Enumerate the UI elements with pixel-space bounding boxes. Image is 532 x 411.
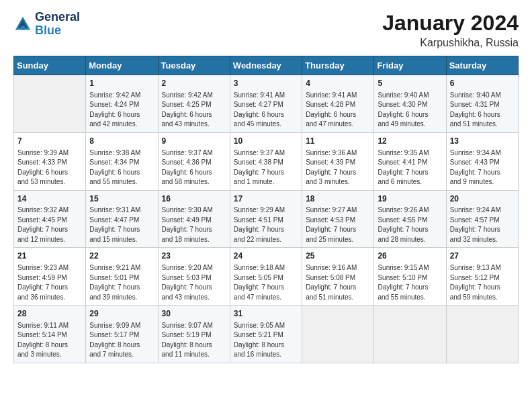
day-info: Sunrise: 9:20 AM Sunset: 5:03 PM Dayligh… [162,263,226,302]
calendar-cell: 8Sunrise: 9:38 AM Sunset: 4:34 PM Daylig… [86,132,158,190]
col-sunday: Sunday [14,56,86,75]
col-friday: Friday [374,56,446,75]
calendar-cell: 12Sunrise: 9:35 AM Sunset: 4:41 PM Dayli… [374,132,446,190]
day-info: Sunrise: 9:35 AM Sunset: 4:41 PM Dayligh… [378,148,442,187]
calendar-cell: 18Sunrise: 9:27 AM Sunset: 4:53 PM Dayli… [302,190,374,248]
calendar-cell [14,75,86,133]
day-number: 4 [306,78,370,89]
day-number: 20 [450,193,515,205]
day-info: Sunrise: 9:38 AM Sunset: 4:34 PM Dayligh… [89,148,154,187]
day-number: 8 [89,136,154,147]
day-number: 22 [89,250,154,262]
col-monday: Monday [86,56,158,75]
day-number: 17 [234,193,298,205]
calendar-cell: 22Sunrise: 9:21 AM Sunset: 5:01 PM Dayli… [86,248,158,306]
day-info: Sunrise: 9:34 AM Sunset: 4:43 PM Dayligh… [450,148,515,187]
calendar-week-2: 7Sunrise: 9:39 AM Sunset: 4:33 PM Daylig… [14,132,519,190]
day-info: Sunrise: 9:26 AM Sunset: 4:55 PM Dayligh… [378,205,442,244]
calendar-cell: 29Sunrise: 9:09 AM Sunset: 5:17 PM Dayli… [86,306,158,363]
header: GeneralBlue January 2024 Karpushikha, Ru… [13,11,519,49]
day-number: 2 [162,78,226,89]
day-number: 15 [89,193,154,205]
day-number: 31 [234,308,298,320]
calendar-cell: 1Sunrise: 9:42 AM Sunset: 4:24 PM Daylig… [86,75,158,133]
logo-icon [13,15,32,34]
calendar-cell: 30Sunrise: 9:07 AM Sunset: 5:19 PM Dayli… [158,306,230,363]
header-row: Sunday Monday Tuesday Wednesday Thursday… [14,56,519,75]
day-number: 7 [17,136,82,147]
day-number: 3 [234,78,298,89]
day-number: 14 [17,193,82,205]
day-number: 11 [306,136,370,147]
day-info: Sunrise: 9:40 AM Sunset: 4:31 PM Dayligh… [450,91,515,130]
calendar-cell: 11Sunrise: 9:36 AM Sunset: 4:39 PM Dayli… [302,132,374,190]
day-info: Sunrise: 9:42 AM Sunset: 4:24 PM Dayligh… [89,91,154,130]
col-wednesday: Wednesday [230,56,302,75]
calendar-cell: 2Sunrise: 9:42 AM Sunset: 4:25 PM Daylig… [158,75,230,133]
day-number: 12 [378,136,442,147]
day-info: Sunrise: 9:32 AM Sunset: 4:45 PM Dayligh… [17,205,82,244]
logo-text: GeneralBlue [35,11,80,38]
calendar-cell: 10Sunrise: 9:37 AM Sunset: 4:38 PM Dayli… [230,132,302,190]
calendar-cell: 13Sunrise: 9:34 AM Sunset: 4:43 PM Dayli… [446,132,518,190]
day-info: Sunrise: 9:37 AM Sunset: 4:36 PM Dayligh… [162,148,226,187]
day-number: 19 [378,193,442,205]
day-info: Sunrise: 9:36 AM Sunset: 4:39 PM Dayligh… [306,148,370,187]
day-number: 13 [450,136,515,147]
day-info: Sunrise: 9:16 AM Sunset: 5:08 PM Dayligh… [306,263,370,302]
calendar-cell: 23Sunrise: 9:20 AM Sunset: 5:03 PM Dayli… [158,248,230,306]
day-info: Sunrise: 9:27 AM Sunset: 4:53 PM Dayligh… [306,205,370,244]
calendar-cell [374,306,446,363]
month-title: January 2024 [382,11,519,36]
calendar-week-5: 28Sunrise: 9:11 AM Sunset: 5:14 PM Dayli… [14,306,519,363]
day-number: 1 [89,78,154,89]
calendar-cell [302,306,374,363]
title-block: January 2024 Karpushikha, Russia [382,11,519,49]
day-info: Sunrise: 9:41 AM Sunset: 4:27 PM Dayligh… [234,91,298,130]
day-info: Sunrise: 9:07 AM Sunset: 5:19 PM Dayligh… [162,321,226,360]
calendar-cell: 31Sunrise: 9:05 AM Sunset: 5:21 PM Dayli… [230,306,302,363]
day-number: 26 [378,250,442,262]
calendar-cell: 15Sunrise: 9:31 AM Sunset: 4:47 PM Dayli… [86,190,158,248]
calendar-cell: 17Sunrise: 9:29 AM Sunset: 4:51 PM Dayli… [230,190,302,248]
calendar-week-3: 14Sunrise: 9:32 AM Sunset: 4:45 PM Dayli… [14,190,519,248]
day-info: Sunrise: 9:15 AM Sunset: 5:10 PM Dayligh… [378,263,442,302]
calendar-cell: 5Sunrise: 9:40 AM Sunset: 4:30 PM Daylig… [374,75,446,133]
calendar-cell: 16Sunrise: 9:30 AM Sunset: 4:49 PM Dayli… [158,190,230,248]
calendar-cell: 24Sunrise: 9:18 AM Sunset: 5:05 PM Dayli… [230,248,302,306]
calendar-cell: 27Sunrise: 9:13 AM Sunset: 5:12 PM Dayli… [446,248,518,306]
day-number: 25 [306,250,370,262]
col-tuesday: Tuesday [158,56,230,75]
logo: GeneralBlue [13,11,80,38]
day-number: 16 [162,193,226,205]
day-info: Sunrise: 9:40 AM Sunset: 4:30 PM Dayligh… [378,91,442,130]
calendar-cell: 19Sunrise: 9:26 AM Sunset: 4:55 PM Dayli… [374,190,446,248]
day-info: Sunrise: 9:11 AM Sunset: 5:14 PM Dayligh… [17,321,82,360]
day-number: 9 [162,136,226,147]
day-number: 5 [378,78,442,89]
day-number: 18 [306,193,370,205]
calendar-cell: 3Sunrise: 9:41 AM Sunset: 4:27 PM Daylig… [230,75,302,133]
calendar-cell: 21Sunrise: 9:23 AM Sunset: 4:59 PM Dayli… [14,248,86,306]
svg-rect-2 [21,26,25,30]
day-info: Sunrise: 9:31 AM Sunset: 4:47 PM Dayligh… [89,205,154,244]
calendar-cell: 20Sunrise: 9:24 AM Sunset: 4:57 PM Dayli… [446,190,518,248]
day-number: 28 [17,308,82,320]
calendar-cell: 9Sunrise: 9:37 AM Sunset: 4:36 PM Daylig… [158,132,230,190]
page: GeneralBlue January 2024 Karpushikha, Ru… [0,0,532,411]
day-number: 23 [162,250,226,262]
day-info: Sunrise: 9:18 AM Sunset: 5:05 PM Dayligh… [234,263,298,302]
day-number: 21 [17,250,82,262]
day-info: Sunrise: 9:24 AM Sunset: 4:57 PM Dayligh… [450,205,515,244]
calendar-cell: 7Sunrise: 9:39 AM Sunset: 4:33 PM Daylig… [14,132,86,190]
calendar-week-4: 21Sunrise: 9:23 AM Sunset: 4:59 PM Dayli… [14,248,519,306]
calendar-table: Sunday Monday Tuesday Wednesday Thursday… [13,56,519,363]
calendar-cell: 6Sunrise: 9:40 AM Sunset: 4:31 PM Daylig… [446,75,518,133]
day-info: Sunrise: 9:29 AM Sunset: 4:51 PM Dayligh… [234,205,298,244]
calendar-week-1: 1Sunrise: 9:42 AM Sunset: 4:24 PM Daylig… [14,75,519,133]
calendar-cell: 14Sunrise: 9:32 AM Sunset: 4:45 PM Dayli… [14,190,86,248]
day-info: Sunrise: 9:39 AM Sunset: 4:33 PM Dayligh… [17,148,82,187]
day-number: 6 [450,78,515,89]
day-number: 29 [89,308,154,320]
day-number: 24 [234,250,298,262]
